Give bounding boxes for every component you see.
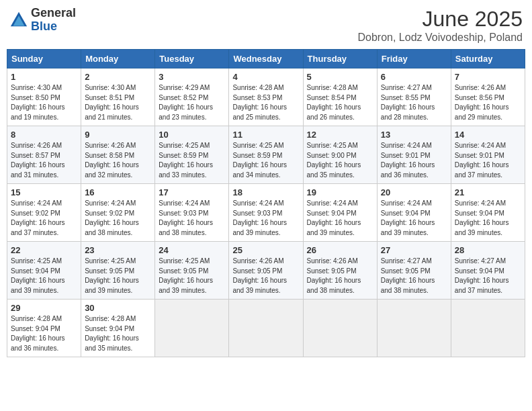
calendar-cell: 14Sunrise: 4:24 AM Sunset: 9:01 PM Dayli… [451, 126, 525, 184]
day-info: Sunrise: 4:26 AM Sunset: 8:57 PM Dayligh… [11, 141, 77, 180]
calendar-cell: 1Sunrise: 4:30 AM Sunset: 8:50 PM Daylig… [7, 68, 81, 126]
calendar-cell: 30Sunrise: 4:28 AM Sunset: 9:04 PM Dayli… [81, 300, 155, 357]
day-number: 5 [307, 72, 373, 82]
day-number: 6 [381, 72, 447, 82]
calendar-cell: 5Sunrise: 4:28 AM Sunset: 8:54 PM Daylig… [303, 68, 377, 126]
weekday-header: Tuesday [155, 50, 229, 68]
calendar-table: SundayMondayTuesdayWednesdayThursdayFrid… [7, 49, 525, 357]
calendar-week-row: 15Sunrise: 4:24 AM Sunset: 9:02 PM Dayli… [7, 184, 525, 242]
calendar-cell: 28Sunrise: 4:27 AM Sunset: 9:04 PM Dayli… [451, 242, 525, 300]
day-number: 23 [85, 245, 151, 255]
calendar-cell: 12Sunrise: 4:25 AM Sunset: 9:00 PM Dayli… [303, 126, 377, 184]
day-number: 22 [11, 245, 77, 255]
day-info: Sunrise: 4:26 AM Sunset: 9:05 PM Dayligh… [307, 257, 373, 295]
calendar-cell: 20Sunrise: 4:24 AM Sunset: 9:04 PM Dayli… [377, 184, 451, 242]
calendar-cell [229, 300, 303, 357]
day-number: 4 [232, 72, 299, 82]
calendar-cell: 24Sunrise: 4:25 AM Sunset: 9:05 PM Dayli… [155, 242, 229, 300]
day-info: Sunrise: 4:28 AM Sunset: 8:54 PM Dayligh… [307, 83, 373, 122]
day-info: Sunrise: 4:27 AM Sunset: 9:05 PM Dayligh… [381, 257, 447, 295]
title-area: June 2025 Dobron, Lodz Voivodeship, Pola… [357, 7, 523, 44]
day-number: 28 [455, 245, 521, 255]
day-info: Sunrise: 4:25 AM Sunset: 8:59 PM Dayligh… [159, 141, 225, 180]
day-number: 19 [307, 187, 373, 197]
calendar-cell: 19Sunrise: 4:24 AM Sunset: 9:04 PM Dayli… [303, 184, 377, 242]
day-number: 14 [455, 130, 521, 140]
calendar-cell [155, 300, 229, 357]
day-number: 8 [11, 130, 77, 140]
calendar-cell: 10Sunrise: 4:25 AM Sunset: 8:59 PM Dayli… [155, 126, 229, 184]
day-info: Sunrise: 4:24 AM Sunset: 9:02 PM Dayligh… [85, 199, 151, 238]
calendar-week-row: 29Sunrise: 4:28 AM Sunset: 9:04 PM Dayli… [7, 300, 525, 357]
calendar-cell: 9Sunrise: 4:26 AM Sunset: 8:58 PM Daylig… [81, 126, 155, 184]
logo: General Blue [9, 7, 76, 34]
day-number: 17 [159, 187, 225, 197]
calendar-cell: 18Sunrise: 4:24 AM Sunset: 9:03 PM Dayli… [229, 184, 303, 242]
day-info: Sunrise: 4:24 AM Sunset: 9:03 PM Dayligh… [159, 199, 225, 238]
day-number: 24 [159, 245, 225, 255]
calendar-cell: 29Sunrise: 4:28 AM Sunset: 9:04 PM Dayli… [7, 300, 81, 357]
day-info: Sunrise: 4:28 AM Sunset: 9:04 PM Dayligh… [85, 314, 151, 353]
day-info: Sunrise: 4:24 AM Sunset: 9:01 PM Dayligh… [381, 141, 447, 180]
day-info: Sunrise: 4:28 AM Sunset: 8:53 PM Dayligh… [232, 83, 299, 122]
calendar-cell: 3Sunrise: 4:29 AM Sunset: 8:52 PM Daylig… [155, 68, 229, 126]
logo-blue-text: Blue [31, 19, 57, 33]
day-number: 7 [455, 72, 521, 82]
calendar-cell [303, 300, 377, 357]
day-number: 29 [11, 303, 77, 313]
day-info: Sunrise: 4:24 AM Sunset: 9:02 PM Dayligh… [11, 199, 77, 238]
calendar-cell: 23Sunrise: 4:25 AM Sunset: 9:05 PM Dayli… [81, 242, 155, 300]
day-number: 10 [159, 130, 225, 140]
calendar-cell: 7Sunrise: 4:26 AM Sunset: 8:56 PM Daylig… [451, 68, 525, 126]
calendar-cell: 26Sunrise: 4:26 AM Sunset: 9:05 PM Dayli… [303, 242, 377, 300]
calendar-week-row: 1Sunrise: 4:30 AM Sunset: 8:50 PM Daylig… [7, 68, 525, 126]
day-number: 18 [232, 187, 299, 197]
day-info: Sunrise: 4:24 AM Sunset: 9:01 PM Dayligh… [455, 141, 521, 180]
calendar-cell: 21Sunrise: 4:24 AM Sunset: 9:04 PM Dayli… [451, 184, 525, 242]
day-info: Sunrise: 4:27 AM Sunset: 9:04 PM Dayligh… [455, 257, 521, 295]
day-info: Sunrise: 4:25 AM Sunset: 8:59 PM Dayligh… [232, 141, 299, 180]
day-number: 3 [159, 72, 225, 82]
day-info: Sunrise: 4:27 AM Sunset: 8:55 PM Dayligh… [381, 83, 447, 122]
day-info: Sunrise: 4:30 AM Sunset: 8:51 PM Dayligh… [85, 83, 151, 122]
page-header: General Blue June 2025 Dobron, Lodz Voiv… [7, 7, 525, 44]
calendar-cell: 27Sunrise: 4:27 AM Sunset: 9:05 PM Dayli… [377, 242, 451, 300]
day-number: 2 [85, 72, 151, 82]
calendar-cell: 25Sunrise: 4:26 AM Sunset: 9:05 PM Dayli… [229, 242, 303, 300]
day-info: Sunrise: 4:28 AM Sunset: 9:04 PM Dayligh… [11, 314, 77, 353]
weekday-header: Saturday [451, 50, 525, 68]
day-number: 25 [232, 245, 299, 255]
day-number: 12 [307, 130, 373, 140]
calendar-cell: 2Sunrise: 4:30 AM Sunset: 8:51 PM Daylig… [81, 68, 155, 126]
day-info: Sunrise: 4:24 AM Sunset: 9:04 PM Dayligh… [381, 199, 447, 238]
weekday-header: Thursday [303, 50, 377, 68]
calendar-week-row: 8Sunrise: 4:26 AM Sunset: 8:57 PM Daylig… [7, 126, 525, 184]
day-info: Sunrise: 4:25 AM Sunset: 9:05 PM Dayligh… [159, 257, 225, 295]
weekday-header: Monday [81, 50, 155, 68]
day-info: Sunrise: 4:26 AM Sunset: 8:56 PM Dayligh… [455, 83, 521, 122]
day-info: Sunrise: 4:24 AM Sunset: 9:04 PM Dayligh… [307, 199, 373, 238]
calendar-cell: 8Sunrise: 4:26 AM Sunset: 8:57 PM Daylig… [7, 126, 81, 184]
calendar-cell: 16Sunrise: 4:24 AM Sunset: 9:02 PM Dayli… [81, 184, 155, 242]
day-info: Sunrise: 4:26 AM Sunset: 8:58 PM Dayligh… [85, 141, 151, 180]
day-number: 27 [381, 245, 447, 255]
day-info: Sunrise: 4:25 AM Sunset: 9:00 PM Dayligh… [307, 141, 373, 180]
day-info: Sunrise: 4:25 AM Sunset: 9:04 PM Dayligh… [11, 257, 77, 295]
day-number: 13 [381, 130, 447, 140]
calendar-cell: 22Sunrise: 4:25 AM Sunset: 9:04 PM Dayli… [7, 242, 81, 300]
day-number: 15 [11, 187, 77, 197]
calendar-cell [451, 300, 525, 357]
calendar-cell: 4Sunrise: 4:28 AM Sunset: 8:53 PM Daylig… [229, 68, 303, 126]
day-info: Sunrise: 4:24 AM Sunset: 9:04 PM Dayligh… [455, 199, 521, 238]
calendar-cell: 6Sunrise: 4:27 AM Sunset: 8:55 PM Daylig… [377, 68, 451, 126]
day-number: 1 [11, 72, 77, 82]
day-number: 9 [85, 130, 151, 140]
day-number: 11 [232, 130, 299, 140]
calendar-cell [377, 300, 451, 357]
calendar-cell: 11Sunrise: 4:25 AM Sunset: 8:59 PM Dayli… [229, 126, 303, 184]
day-info: Sunrise: 4:24 AM Sunset: 9:03 PM Dayligh… [232, 199, 299, 238]
weekday-header: Sunday [7, 50, 81, 68]
day-info: Sunrise: 4:26 AM Sunset: 9:05 PM Dayligh… [232, 257, 299, 295]
calendar-cell: 13Sunrise: 4:24 AM Sunset: 9:01 PM Dayli… [377, 126, 451, 184]
day-number: 16 [85, 187, 151, 197]
